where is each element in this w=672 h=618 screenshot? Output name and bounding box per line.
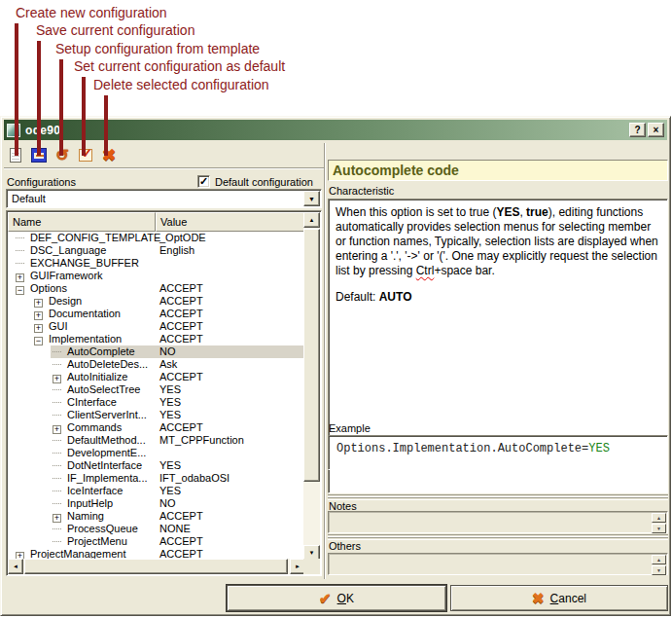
tree-row[interactable]: +DesignACCEPT bbox=[8, 295, 305, 308]
others-field[interactable]: ▲ ▼ bbox=[328, 553, 668, 575]
tree-item-name: ProjectMenu bbox=[8, 535, 127, 548]
tree-row[interactable]: +CommandsACCEPT bbox=[8, 421, 305, 434]
annotation-pointer-line bbox=[59, 59, 63, 156]
default-value-line: Default: AUTO bbox=[336, 290, 660, 305]
tree-item-label: ClientServerInt... bbox=[67, 409, 147, 420]
configurations-label: Configurations bbox=[7, 176, 76, 188]
tree-item-name: ClientServerInt... bbox=[8, 409, 147, 421]
tree-row[interactable]: DSC_LanguageEnglish bbox=[8, 244, 305, 257]
tree-item-value: ACCEPT bbox=[159, 295, 203, 308]
tree-leaf-connector bbox=[16, 263, 24, 264]
tree-row[interactable]: +GUIFramework bbox=[8, 270, 305, 282]
expand-icon[interactable]: + bbox=[53, 375, 61, 383]
tree-row[interactable]: −ImplementationACCEPT bbox=[8, 333, 305, 345]
left-arrow-icon: ◄ bbox=[13, 563, 18, 569]
tree-item-label: AutoInitialize bbox=[67, 371, 127, 382]
expand-icon[interactable]: + bbox=[53, 425, 61, 434]
configuration-combobox[interactable]: Default ▼ bbox=[6, 189, 322, 208]
tree-item-name: AutoDeleteDes... bbox=[8, 358, 148, 371]
down-arrow-icon: ▼ bbox=[656, 567, 661, 573]
tree-row[interactable]: ClientServerInt...YES bbox=[8, 409, 305, 421]
tree-row[interactable]: AutoCompleteNO bbox=[8, 345, 305, 358]
tree-item-label: ProcessQueue bbox=[67, 523, 138, 534]
window-title: ode90 bbox=[25, 124, 60, 137]
others-scroll-up-button[interactable]: ▲ bbox=[652, 555, 666, 564]
tree-item-label: Commands bbox=[67, 421, 122, 433]
tree-row[interactable]: DevelopmentE... bbox=[8, 447, 305, 459]
others-label: Others bbox=[329, 540, 361, 552]
set-default-button[interactable] bbox=[74, 145, 97, 166]
tree-item-name: DSC_Language bbox=[8, 244, 106, 257]
tree-item-name: DevelopmentE... bbox=[8, 447, 146, 459]
tree-row[interactable]: EXCHANGE_BUFFER bbox=[8, 257, 305, 270]
others-scroll-down-button[interactable]: ▼ bbox=[652, 565, 666, 575]
tree-row[interactable]: AutoDeleteDes...Ask bbox=[8, 358, 305, 371]
expand-icon[interactable]: + bbox=[34, 311, 43, 320]
tree-row[interactable]: +NamingACCEPT bbox=[8, 510, 305, 523]
tree-item-value: ACCEPT bbox=[159, 371, 203, 383]
tree-row[interactable]: DotNetInterfaceYES bbox=[8, 459, 305, 472]
expand-icon[interactable]: + bbox=[34, 299, 43, 308]
tree-row[interactable]: −OptionsACCEPT bbox=[8, 282, 305, 295]
vertical-scrollbar-thumb[interactable] bbox=[303, 229, 320, 482]
tree-item-name: +Design bbox=[8, 295, 82, 308]
tree-leaf-connector bbox=[53, 351, 61, 352]
tree-row[interactable]: AutoSelectTreeYES bbox=[8, 383, 305, 396]
tree-item-name: +AutoInitialize bbox=[8, 371, 127, 383]
notes-scroll-down-button[interactable]: ▼ bbox=[652, 524, 666, 533]
annotation-pointer-line bbox=[104, 95, 108, 156]
tree-item-label: Documentation bbox=[49, 308, 121, 319]
tree-row[interactable]: IceInterfaceYES bbox=[8, 485, 305, 497]
horizontal-scrollbar-thumb[interactable] bbox=[24, 559, 288, 574]
combobox-dropdown-button[interactable]: ▼ bbox=[303, 191, 320, 206]
help-button[interactable]: ? bbox=[629, 123, 646, 137]
collapse-icon[interactable]: − bbox=[34, 337, 43, 345]
tree-item-label: ProjectMenu bbox=[67, 535, 127, 547]
tree-row[interactable]: DEF_CONFIG_TEMPLATE_OptODE bbox=[8, 232, 305, 244]
default-configuration-checkbox[interactable]: ✓ bbox=[197, 175, 210, 188]
tree-row[interactable]: CInterfaceYES bbox=[8, 396, 305, 409]
tree-row[interactable]: +AutoInitializeACCEPT bbox=[8, 371, 305, 383]
tree-row[interactable]: +GUIACCEPT bbox=[8, 320, 305, 333]
tree-row[interactable]: DefaultMethod...MT_CPPFunction bbox=[8, 434, 305, 447]
cancel-cross-icon: ✖ bbox=[532, 590, 545, 607]
column-header-name[interactable]: Name bbox=[8, 212, 156, 232]
tree-leaf-connector bbox=[53, 503, 61, 504]
scroll-left-button[interactable]: ◄ bbox=[8, 559, 23, 574]
tree-row[interactable]: InputHelpNO bbox=[8, 497, 305, 510]
vertical-scrollbar[interactable]: ▲ ▼ bbox=[303, 212, 320, 561]
expand-icon[interactable]: + bbox=[16, 273, 24, 282]
annotation-save-current: Save current configuration bbox=[36, 22, 195, 39]
expand-icon[interactable]: + bbox=[53, 514, 61, 523]
tree-row[interactable]: ProjectMenuACCEPT bbox=[8, 535, 305, 548]
tree-leaf-connector bbox=[16, 237, 24, 238]
tree-row[interactable]: +DocumentationACCEPT bbox=[8, 308, 305, 320]
ok-button[interactable]: ✔ OK bbox=[227, 585, 446, 611]
tree-item-value: YES bbox=[159, 396, 181, 409]
tree-item-value: ACCEPT bbox=[159, 308, 203, 320]
tree-item-name: +Commands bbox=[8, 421, 122, 434]
cancel-button[interactable]: ✖ Cancel bbox=[450, 585, 668, 611]
tree-row[interactable]: ProcessQueueNONE bbox=[8, 523, 305, 535]
tree-item-name: AutoComplete bbox=[8, 345, 135, 358]
tree-row[interactable]: IF_Implementa...IFT_odabaOSI bbox=[8, 472, 305, 485]
notes-field[interactable]: ▲ ▼ bbox=[328, 511, 668, 533]
example-code: Options.Implementation.AutoComplete= bbox=[336, 442, 588, 455]
notes-scroll-up-button[interactable]: ▲ bbox=[652, 513, 666, 523]
tree-item-value: NO bbox=[159, 345, 176, 358]
delete-configuration-button[interactable]: ✖ bbox=[97, 145, 121, 166]
scroll-up-button[interactable]: ▲ bbox=[303, 212, 320, 228]
tree-leaf-connector bbox=[53, 364, 61, 365]
expand-icon[interactable]: + bbox=[34, 324, 43, 333]
tree-item-label: DEF_CONFIG_TEMPLATE bbox=[30, 232, 160, 243]
panel-divider bbox=[324, 143, 326, 579]
column-header-value[interactable]: Value bbox=[156, 212, 305, 232]
ctrl-keyword: Ctrl bbox=[416, 264, 435, 277]
collapse-icon[interactable]: − bbox=[16, 286, 24, 295]
tree-item-value: _OptODE bbox=[159, 232, 206, 244]
tree-item-name: CInterface bbox=[8, 396, 117, 409]
annotation-setup-template: Setup configuration from template bbox=[55, 41, 260, 57]
tree-item-value: YES bbox=[159, 409, 181, 421]
close-button[interactable]: × bbox=[648, 123, 664, 137]
horizontal-scrollbar[interactable]: ◄ ► bbox=[8, 559, 305, 574]
